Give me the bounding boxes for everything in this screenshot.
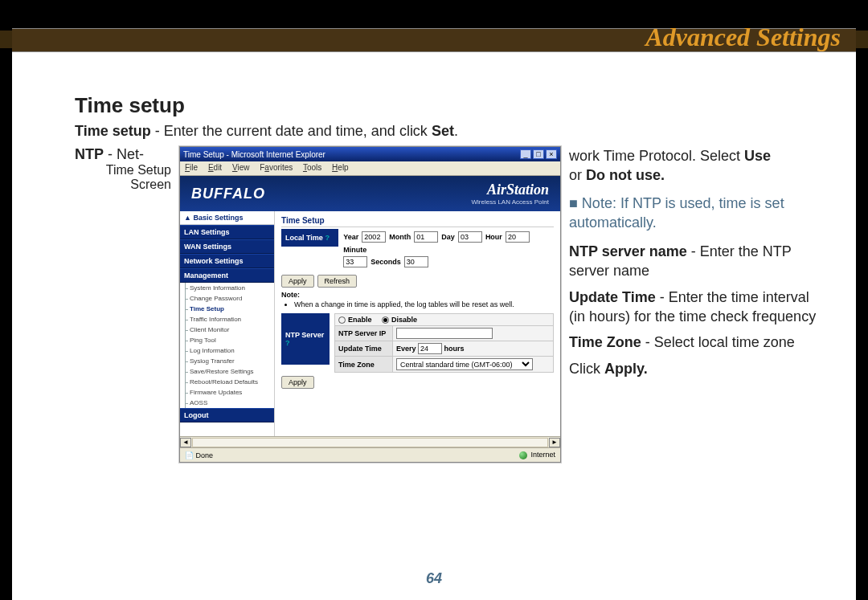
ntp-table: Enable Disable NTP Server IP xyxy=(334,313,554,373)
nav-sub-item[interactable]: Client Monitor xyxy=(180,324,274,335)
year-label: Year xyxy=(343,233,358,241)
content-area: Time setup Time setup - Enter the curren… xyxy=(12,55,856,592)
nav-network[interactable]: Network Settings xyxy=(180,254,274,268)
seconds-input[interactable] xyxy=(404,256,428,267)
screenshot: Time Setup - Microsoft Internet Explorer… xyxy=(179,146,561,463)
update-time-label: Update Time xyxy=(334,341,392,357)
figure-caption-1: Time Setup xyxy=(75,163,171,178)
day-input[interactable] xyxy=(458,231,482,243)
tz-b: Time Zone xyxy=(569,334,641,350)
window-titlebar: Time Setup - Microsoft Internet Explorer… xyxy=(180,147,560,161)
ntp-note: ■ Note: If NTP is used, time is set auto… xyxy=(569,194,818,233)
day-label: Day xyxy=(441,233,455,241)
note-item: When a change in time is applied, the lo… xyxy=(294,300,554,308)
page-title: Advanced Settings xyxy=(645,22,841,52)
figure-caption-2: Screen xyxy=(75,178,171,192)
close-button[interactable]: × xyxy=(546,149,557,159)
menu-view[interactable]: View xyxy=(232,163,250,172)
apply-button-1[interactable]: Apply xyxy=(281,275,314,288)
page-number: 64 xyxy=(12,570,856,587)
nav-sub-item[interactable]: Reboot/Reload Defaults xyxy=(180,377,274,387)
disable-radio[interactable] xyxy=(382,316,389,324)
r1a: work Time Protocol. Select xyxy=(569,148,744,164)
hours-label: hours xyxy=(444,345,464,353)
sidebar-nav: ▲ Basic Settings LAN Settings WAN Settin… xyxy=(180,211,275,436)
menu-favorites[interactable]: Favorites xyxy=(260,163,293,172)
nav-sub-item[interactable]: AOSS xyxy=(180,398,274,408)
nav-sub-item[interactable]: Ping Tool xyxy=(180,335,274,345)
minute-input[interactable] xyxy=(343,256,367,267)
help-icon-2[interactable]: ? xyxy=(285,339,290,347)
nav-sub-item[interactable]: Firmware Updates xyxy=(180,387,274,398)
right-column: work Time Protocol. Select Use or Do not… xyxy=(569,146,818,378)
status-done: Done xyxy=(196,451,214,459)
intro-period: . xyxy=(454,123,458,139)
main-panel: Time Setup Local Time ? Year Month xyxy=(275,211,560,436)
panel-heading: Time Setup xyxy=(281,216,554,227)
nav-sub-item[interactable]: Traffic Information xyxy=(180,314,274,324)
r1b: Use xyxy=(744,148,771,164)
menu-tools[interactable]: Tools xyxy=(303,163,321,172)
hscrollbar[interactable]: ◄ ► xyxy=(180,436,560,447)
apply-button-2[interactable]: Apply xyxy=(281,376,314,389)
nav-sub-item[interactable]: System Information xyxy=(180,283,274,293)
local-time-label: Local Time ? xyxy=(281,229,338,247)
minimize-button[interactable]: _ xyxy=(520,149,531,159)
window-title: Time Setup - Microsoft Internet Explorer xyxy=(183,150,326,159)
scroll-track[interactable] xyxy=(192,438,548,447)
scroll-left-icon[interactable]: ◄ xyxy=(180,438,191,447)
note-block: Note: When a change in time is applied, … xyxy=(281,291,554,308)
note-heading: Note: xyxy=(281,291,300,299)
nav-lan[interactable]: LAN Settings xyxy=(180,225,274,239)
timezone-label: Time Zone xyxy=(334,357,392,373)
ie-menubar[interactable]: File Edit View Favorites Tools Help xyxy=(180,161,560,176)
disable-label: Disable xyxy=(391,316,417,324)
enable-radio[interactable] xyxy=(338,316,346,324)
ntp-server-text: NTP Server xyxy=(285,331,324,339)
year-input[interactable] xyxy=(362,231,386,243)
status-internet: Internet xyxy=(530,451,555,459)
nav-sub-item[interactable]: Save/Restore Settings xyxy=(180,366,274,377)
menu-help[interactable]: Help xyxy=(332,163,349,172)
left-column: NTP - Net- Time Setup Screen xyxy=(75,146,171,192)
enable-label: Enable xyxy=(348,316,372,324)
nav-wan[interactable]: WAN Settings xyxy=(180,239,274,254)
airstation-logo: AirStation xyxy=(487,182,549,198)
month-input[interactable] xyxy=(414,231,438,243)
window-buttons[interactable]: _□× xyxy=(518,149,557,159)
statusbar: 📄 Done Internet xyxy=(180,447,560,462)
ntp-rest: - Net- xyxy=(104,146,144,162)
nav-sub-item[interactable]: Change Password xyxy=(180,293,274,304)
hour-label: Hour xyxy=(485,233,502,241)
buffalo-logo: BUFFALO xyxy=(191,186,265,202)
nav-management[interactable]: Management xyxy=(180,268,274,283)
nav-sub-item[interactable]: Log Information xyxy=(180,345,274,356)
update-input[interactable] xyxy=(418,343,442,354)
ntp-label: NTP xyxy=(75,146,104,162)
intro-text: - Enter the current date and time, and c… xyxy=(151,123,432,139)
timezone-select[interactable]: Central standard time (GMT-06:00) xyxy=(396,358,533,370)
done-icon: 📄 xyxy=(185,451,194,459)
update-b: Update Time xyxy=(569,289,656,305)
nav-sub-item[interactable]: Syslog Transfer xyxy=(180,356,274,366)
month-label: Month xyxy=(389,233,411,241)
every-label: Every xyxy=(396,345,416,353)
seconds-label: Seconds xyxy=(371,258,401,266)
section-intro: Time setup - Enter the current date and … xyxy=(75,123,808,140)
intro-bold: Time setup xyxy=(75,123,151,139)
nav-sub-item[interactable]: Time Setup xyxy=(180,304,274,314)
menu-edit[interactable]: Edit xyxy=(208,163,222,172)
hour-input[interactable] xyxy=(506,231,530,243)
ntp-ip-input[interactable] xyxy=(396,328,493,339)
nav-basic[interactable]: ▲ Basic Settings xyxy=(180,211,274,225)
ntp-ip-label: NTP Server IP xyxy=(334,326,392,341)
nav-logout[interactable]: Logout xyxy=(180,408,274,422)
intro-set: Set xyxy=(432,123,454,139)
tz-rest: - Select local time zone xyxy=(641,334,795,350)
help-icon[interactable]: ? xyxy=(325,234,330,242)
refresh-button[interactable]: Refresh xyxy=(317,275,358,288)
scroll-right-icon[interactable]: ► xyxy=(549,438,560,447)
menu-file[interactable]: File xyxy=(185,163,198,172)
click-text: Click xyxy=(569,361,604,377)
maximize-button[interactable]: □ xyxy=(533,149,544,159)
